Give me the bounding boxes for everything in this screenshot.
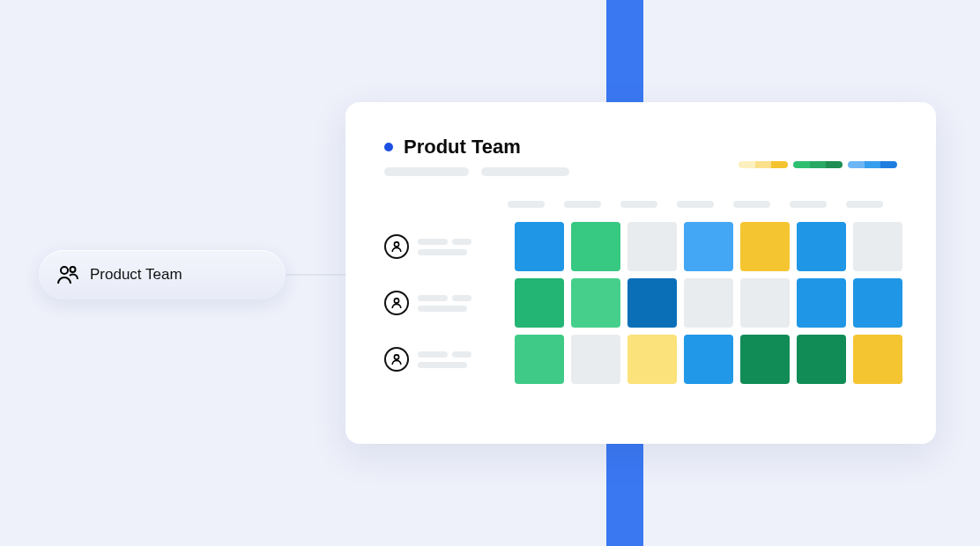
team-schedule-card: Produt Team [345, 102, 936, 444]
schedule-cell[interactable] [627, 335, 677, 384]
legend-chip [739, 161, 788, 168]
connector-line [286, 274, 347, 276]
svg-point-4 [394, 355, 398, 359]
schedule-cell[interactable] [853, 278, 902, 328]
schedule-cell[interactable] [571, 278, 620, 328]
person-icon [384, 347, 409, 372]
column-header-placeholder [790, 201, 827, 208]
person-cell [384, 234, 508, 259]
column-header-placeholder [846, 201, 883, 208]
column-header-placeholder [733, 201, 770, 208]
schedule-cell[interactable] [571, 335, 620, 384]
schedule-row [384, 335, 897, 384]
schedule-grid [384, 222, 897, 384]
schedule-cell[interactable] [684, 278, 733, 328]
svg-point-2 [394, 242, 398, 247]
schedule-cell[interactable] [627, 222, 677, 271]
column-header-placeholder [677, 201, 714, 208]
svg-point-1 [71, 267, 76, 272]
schedule-cell[interactable] [853, 335, 902, 384]
schedule-cell[interactable] [740, 222, 790, 271]
person-cell [384, 347, 508, 372]
schedule-row [384, 222, 897, 271]
person-cell [384, 291, 508, 315]
person-name-placeholder [418, 239, 471, 255]
column-header-placeholder [508, 201, 545, 208]
schedule-cell[interactable] [853, 222, 902, 271]
card-title: Produt Team [404, 136, 521, 159]
card-header: Produt Team [384, 136, 897, 176]
schedule-cell[interactable] [627, 278, 677, 328]
schedule-cell[interactable] [515, 335, 564, 384]
schedule-cell[interactable] [515, 278, 564, 328]
legend-chip [793, 161, 843, 168]
schedule-cell[interactable] [797, 278, 846, 328]
schedule-cell[interactable] [684, 335, 733, 384]
svg-point-0 [61, 267, 68, 274]
card-title-bullet [384, 143, 393, 151]
svg-point-3 [394, 299, 398, 303]
schedule-cell[interactable] [684, 222, 733, 271]
column-headers [508, 201, 897, 208]
schedule-cell[interactable] [740, 335, 790, 384]
schedule-row [384, 278, 897, 328]
card-subtitle-placeholder [384, 167, 569, 176]
team-node-pill[interactable]: Product Team [39, 250, 286, 299]
schedule-cell[interactable] [571, 222, 620, 271]
schedule-cell[interactable] [797, 222, 846, 271]
person-name-placeholder [418, 295, 471, 312]
schedule-cell[interactable] [515, 222, 564, 271]
legend-chip [848, 161, 897, 168]
column-header-placeholder [620, 201, 657, 208]
person-icon [384, 291, 409, 315]
schedule-cell[interactable] [797, 335, 846, 384]
column-header-placeholder [564, 201, 601, 208]
team-node-label: Product Team [90, 266, 182, 284]
schedule-cell[interactable] [740, 278, 790, 328]
person-name-placeholder [418, 351, 471, 368]
people-icon [56, 265, 79, 284]
legend [739, 161, 897, 168]
person-icon [384, 234, 409, 259]
